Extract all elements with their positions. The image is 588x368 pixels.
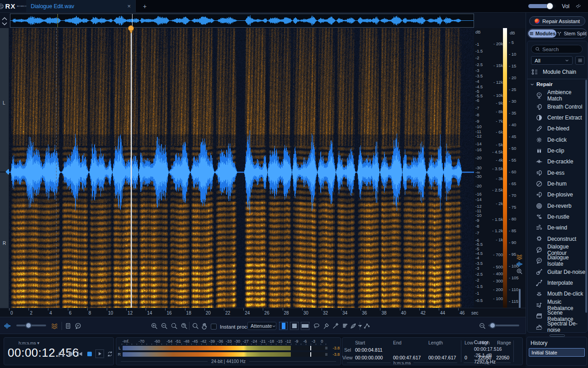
module-item-guitar-de-noise[interactable]: Guitar De-noise (527, 267, 586, 277)
meter-scale-label: -27 (243, 339, 249, 344)
chevron-down-icon (530, 82, 534, 86)
overview-expand-icon[interactable] (1, 15, 9, 27)
module-item-de-plosive[interactable]: De-plosive (527, 189, 586, 200)
module-search[interactable] (531, 45, 583, 53)
magnifier-icon[interactable] (192, 322, 199, 330)
colorbar-tick-label: - 45 (509, 134, 516, 139)
playhead-marker[interactable] (128, 25, 134, 33)
colorbar-tick-label: - 55 (509, 158, 516, 162)
file-tab[interactable]: Dialogue Edit.wav × (26, 0, 136, 12)
spectrogram-view-icon[interactable] (516, 253, 523, 260)
vertical-zoom-in-icon[interactable] (516, 268, 523, 275)
time-selection-tool[interactable] (279, 322, 288, 330)
module-item-interpolate[interactable]: Interpolate (527, 277, 586, 288)
headphones-button[interactable] (57, 350, 65, 358)
time-format-selector[interactable]: h:m:s.ms ▾ (19, 340, 39, 345)
module-item-de-hum[interactable]: De-hum (527, 178, 586, 189)
de-crackle-icon (536, 158, 543, 165)
transport-panel: h:m:s.ms ▾ 00:00:12.456 (4, 337, 114, 365)
horizontal-zoom-slider[interactable] (488, 325, 519, 326)
section-header-repair[interactable]: Repair (530, 81, 553, 87)
overview-waveform[interactable] (10, 14, 474, 28)
tab-close-icon[interactable]: × (127, 3, 131, 10)
module-item-de-rustle[interactable]: De-rustle (527, 211, 586, 222)
module-item-ambience-match[interactable]: Ambience Match (527, 90, 586, 101)
new-tab-button[interactable]: + (136, 0, 154, 12)
overview-waveform-canvas[interactable] (10, 14, 474, 27)
loop-button[interactable] (106, 350, 114, 358)
breath-control-icon (536, 103, 543, 110)
window-layout-icon[interactable] (575, 3, 582, 10)
module-item-music-rebalance[interactable]: Music Rebalance (527, 300, 586, 311)
magnifier-reset-icon[interactable] (180, 322, 188, 330)
volume-slider[interactable] (528, 4, 556, 8)
amp-scale-label: -16 (475, 147, 482, 152)
module-item-dialogue-contour[interactable]: Dialogue Contour (527, 244, 586, 255)
module-list-scrollbar[interactable] (585, 80, 587, 313)
de-plosive-icon (536, 191, 543, 198)
category-filter-dropdown[interactable]: All (531, 56, 573, 65)
patch-cable-icon[interactable] (363, 322, 370, 330)
module-item-dialogue-isolate[interactable]: Dialogue Isolate (527, 255, 586, 266)
module-item-de-crackle[interactable]: De-crackle (527, 156, 586, 167)
list-options-button[interactable] (575, 56, 584, 65)
panel-drag-handle[interactable] (550, 335, 565, 337)
blend-slider[interactable] (16, 325, 46, 326)
tab-modules[interactable]: Modules (528, 29, 556, 38)
tab-stem-split[interactable]: Stem Split (557, 29, 587, 38)
volume-slider-knob[interactable] (546, 3, 553, 10)
time-frequency-selection-tool[interactable] (290, 322, 299, 330)
history-item[interactable]: Initial State (529, 348, 585, 357)
module-item-deconstruct[interactable]: Deconstruct (527, 233, 586, 244)
module-item-de-reverb[interactable]: De-reverb (527, 200, 586, 211)
col-header-start: Start (355, 340, 365, 345)
level-meter-panel[interactable]: -Inf.-70-60-54-51-48-45-42-39-36-33-30-2… (116, 337, 341, 365)
repair-assistant-button[interactable]: Repair Assistant (529, 16, 585, 26)
module-item-de-click[interactable]: De-click (527, 134, 586, 145)
record-button[interactable] (67, 350, 74, 358)
skip-start-button[interactable] (76, 350, 84, 358)
module-item-de-clip[interactable]: De-clip (527, 145, 586, 156)
brush-icon[interactable] (322, 322, 330, 330)
module-item-label: Mouth De-click (547, 291, 583, 297)
spectrogram-blend-icon[interactable] (51, 322, 58, 330)
module-item-mouth-de-click[interactable]: Mouth De-click (527, 288, 586, 299)
play-button[interactable] (95, 349, 104, 358)
time-ruler[interactable]: 0246810121416182022242628303234363840424… (0, 308, 526, 317)
horizontal-zoom-knob[interactable] (489, 322, 496, 329)
vertical-zoom-slider[interactable] (519, 289, 521, 311)
magnifier-minus-icon[interactable] (161, 322, 168, 330)
module-chain-item[interactable]: Module Chain (531, 68, 576, 76)
module-item-breath-control[interactable]: Breath Control (527, 101, 586, 112)
spectrogram-canvas[interactable] (9, 28, 474, 308)
module-item-de-ess[interactable]: De-ess (527, 167, 586, 178)
module-item-label: Dialogue Isolate (547, 254, 586, 267)
module-item-label: Deconstruct (547, 236, 576, 242)
hand-icon[interactable] (201, 322, 209, 330)
channel-strip: L R (0, 28, 9, 308)
fade-bars-icon[interactable] (341, 322, 349, 330)
lasso-icon[interactable] (313, 322, 321, 330)
colorbar-tick-label: - 115 (509, 299, 518, 304)
magic-wand-icon[interactable] (332, 322, 340, 330)
horizontal-zoom-out-icon[interactable] (479, 322, 486, 330)
meter-scale-label: -24 (251, 339, 257, 344)
blend-slider-knob[interactable] (25, 322, 32, 329)
meter-channel-left: L (117, 346, 121, 350)
comment-icon[interactable] (74, 322, 82, 330)
module-item-de-wind[interactable]: De-wind (527, 222, 586, 233)
meter-scale-label: -9 (295, 339, 299, 344)
process-module-dropdown[interactable]: Attenuate (247, 322, 276, 330)
module-item-scene-rebalance[interactable]: Scene Rebalance (527, 311, 586, 321)
module-item-de-bleed[interactable]: De-bleed (527, 123, 586, 134)
frequency-selection-tool[interactable] (301, 322, 309, 330)
stop-button[interactable] (86, 350, 93, 358)
search-input[interactable] (542, 47, 579, 52)
clipboard-icon[interactable] (64, 322, 72, 330)
magnifier-selection-icon[interactable] (171, 322, 178, 330)
module-item-spectral-de-noise[interactable]: Spectral De-noise (527, 321, 586, 332)
magnifier-plus-icon[interactable] (151, 322, 158, 330)
instant-process-checkbox[interactable] (211, 324, 217, 330)
waveform-blend-icon[interactable] (4, 322, 11, 330)
module-item-center-extract[interactable]: Center Extract (527, 112, 586, 123)
